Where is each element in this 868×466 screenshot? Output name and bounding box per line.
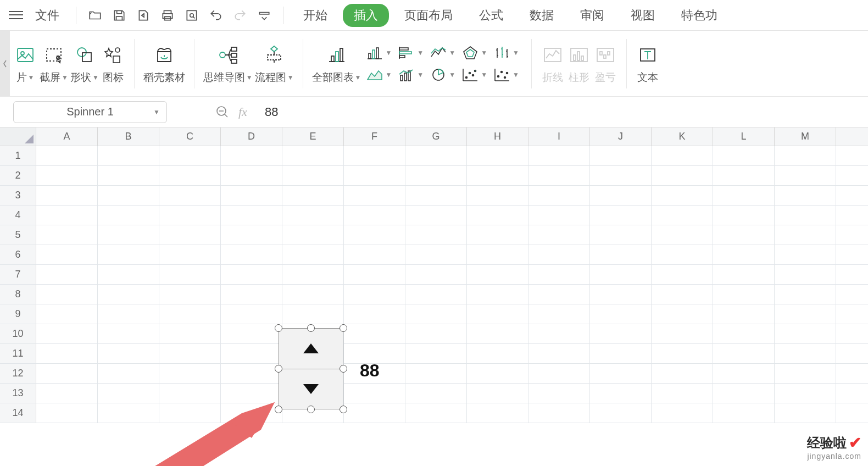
cell[interactable] xyxy=(467,166,528,185)
cell[interactable] xyxy=(713,324,775,343)
cell[interactable] xyxy=(159,285,221,304)
zoom-icon[interactable] xyxy=(215,105,230,119)
undo-icon[interactable] xyxy=(206,5,226,25)
cell[interactable] xyxy=(405,384,467,403)
cell[interactable] xyxy=(405,285,467,304)
chart-line-button[interactable]: ▼ xyxy=(428,45,458,61)
ribbon-shapes[interactable]: 形状▼ xyxy=(69,43,100,85)
cell[interactable] xyxy=(775,166,836,185)
row-header[interactable]: 11 xyxy=(0,344,36,363)
cell[interactable] xyxy=(98,324,159,343)
cell[interactable] xyxy=(344,166,405,185)
col-header[interactable]: G xyxy=(405,127,467,146)
cell[interactable] xyxy=(713,166,775,185)
cell[interactable] xyxy=(282,225,344,245)
cell[interactable] xyxy=(98,364,159,383)
cell[interactable] xyxy=(467,403,528,423)
cell[interactable] xyxy=(775,403,836,423)
cell[interactable] xyxy=(98,384,159,403)
cell[interactable] xyxy=(98,403,159,423)
cell[interactable] xyxy=(282,304,344,324)
cell[interactable] xyxy=(528,146,590,165)
chart-column-button[interactable]: ▼ xyxy=(364,45,394,61)
cell[interactable] xyxy=(36,265,98,284)
cell[interactable] xyxy=(159,364,221,383)
col-header[interactable]: D xyxy=(221,127,282,146)
cell[interactable] xyxy=(36,344,98,363)
cell[interactable] xyxy=(36,146,98,165)
cell[interactable] xyxy=(36,364,98,383)
cell[interactable] xyxy=(405,364,467,383)
col-header[interactable]: E xyxy=(282,127,344,146)
cell[interactable] xyxy=(221,265,282,284)
cell[interactable] xyxy=(652,364,713,383)
export-icon[interactable] xyxy=(133,5,153,25)
col-header[interactable]: B xyxy=(98,127,159,146)
col-header[interactable]: K xyxy=(652,127,713,146)
cell[interactable] xyxy=(405,146,467,165)
cell[interactable] xyxy=(775,265,836,284)
cell[interactable] xyxy=(344,186,405,205)
cell[interactable] xyxy=(590,285,652,304)
save-icon[interactable] xyxy=(109,5,129,25)
cell[interactable] xyxy=(590,206,652,225)
row-header[interactable]: 4 xyxy=(0,206,36,225)
cell[interactable] xyxy=(775,206,836,225)
cell[interactable] xyxy=(590,166,652,185)
formula-input[interactable] xyxy=(260,105,855,119)
cell[interactable] xyxy=(590,403,652,423)
spreadsheet-grid[interactable]: A B C D E F G H I J K L M 12345678910111… xyxy=(0,127,868,423)
cell[interactable] xyxy=(282,265,344,284)
cell[interactable] xyxy=(775,384,836,403)
cell[interactable] xyxy=(282,245,344,264)
cell[interactable] xyxy=(36,245,98,264)
cell[interactable] xyxy=(344,245,405,264)
cell[interactable] xyxy=(405,403,467,423)
cell[interactable] xyxy=(528,245,590,264)
cell[interactable] xyxy=(405,324,467,343)
cell[interactable] xyxy=(713,403,775,423)
tab-insert[interactable]: 插入 xyxy=(343,4,389,27)
cell[interactable] xyxy=(221,225,282,245)
col-header[interactable]: A xyxy=(36,127,98,146)
col-header[interactable]: F xyxy=(344,127,405,146)
cell[interactable] xyxy=(405,206,467,225)
cell[interactable] xyxy=(713,364,775,383)
cell[interactable] xyxy=(467,364,528,383)
chart-area-button[interactable]: ▼ xyxy=(364,66,394,83)
cell[interactable] xyxy=(590,364,652,383)
cell[interactable] xyxy=(775,344,836,363)
cell[interactable] xyxy=(775,225,836,245)
cell[interactable] xyxy=(221,364,282,383)
cell[interactable] xyxy=(775,304,836,324)
ribbon-mindmap[interactable]: 思维导图▼ xyxy=(202,43,254,85)
chart-scatter-button[interactable]: ▼ xyxy=(460,66,489,83)
cell[interactable] xyxy=(528,324,590,343)
cell[interactable] xyxy=(36,324,98,343)
cell[interactable] xyxy=(467,304,528,324)
cell[interactable] xyxy=(713,186,775,205)
cell[interactable] xyxy=(405,344,467,363)
cell[interactable] xyxy=(652,206,713,225)
cell[interactable] xyxy=(713,344,775,363)
cell[interactable] xyxy=(652,304,713,324)
row-header[interactable]: 2 xyxy=(0,166,36,185)
tab-layout[interactable]: 页面布局 xyxy=(393,0,464,31)
cell[interactable] xyxy=(36,206,98,225)
cell[interactable] xyxy=(98,304,159,324)
ribbon-flowchart[interactable]: 流程图▼ xyxy=(254,43,295,85)
cell[interactable] xyxy=(405,225,467,245)
cell[interactable] xyxy=(713,146,775,165)
cell[interactable] xyxy=(221,245,282,264)
cell[interactable] xyxy=(713,245,775,264)
col-header[interactable]: C xyxy=(159,127,221,146)
cell[interactable] xyxy=(159,166,221,185)
cell[interactable] xyxy=(159,206,221,225)
cell[interactable] xyxy=(467,245,528,264)
cell[interactable] xyxy=(344,285,405,304)
more-quickaccess-icon[interactable] xyxy=(254,5,274,25)
cell[interactable] xyxy=(713,206,775,225)
tab-start[interactable]: 开始 xyxy=(292,0,338,31)
name-box[interactable]: Spinner 1 ▼ xyxy=(13,101,167,123)
ribbon-screenshot[interactable]: 截屏▼ xyxy=(38,43,69,85)
